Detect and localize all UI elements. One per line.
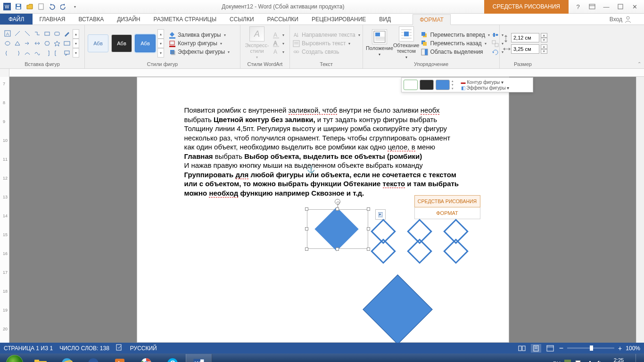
taskbar-word[interactable]: W [186, 354, 212, 362]
close-icon[interactable]: ✕ [629, 2, 640, 11]
send-backward-button[interactable]: Переместить назад▾ [421, 40, 489, 47]
zoom-out-icon[interactable]: − [559, 344, 563, 353]
gallery-up-icon[interactable]: ▴ [73, 29, 79, 39]
collapse-ribbon-icon[interactable]: ⌃ [635, 25, 644, 68]
shape-textbox2-icon[interactable] [62, 39, 72, 48]
redo-icon[interactable] [58, 1, 69, 12]
tab-mailings[interactable]: РАССЫЛКИ [261, 14, 305, 25]
view-print-icon[interactable] [531, 344, 541, 353]
shape-bracket-icon[interactable] [42, 49, 52, 58]
resize-handle-n[interactable] [336, 207, 339, 211]
shapes-gallery[interactable]: A [3, 29, 72, 58]
taskbar-chrome[interactable] [133, 354, 159, 362]
tray-action-center-icon[interactable] [575, 360, 581, 362]
status-page[interactable]: СТРАНИЦА 1 ИЗ 1 [4, 345, 53, 352]
resize-handle-nw[interactable] [305, 207, 308, 211]
shape-darrow-icon[interactable] [33, 39, 42, 48]
minimize-icon[interactable]: — [601, 2, 612, 11]
width-input[interactable] [511, 44, 539, 54]
tab-layout[interactable]: РАЗМЕТКА СТРАНИЦЫ [147, 14, 223, 25]
style-preset-3[interactable]: Абв [135, 34, 156, 52]
large-diamond-shape[interactable] [363, 274, 432, 343]
taskbar-skype[interactable]: S [159, 354, 186, 362]
tray-network-icon[interactable] [585, 360, 592, 362]
shape-oval-icon[interactable] [3, 39, 12, 48]
shape-edit-icon[interactable] [62, 29, 72, 38]
sign-in[interactable]: Вход [610, 14, 644, 25]
shape-fill-button[interactable]: Заливка фигуры▾ [169, 32, 230, 39]
zoom-in-icon[interactable]: + [618, 345, 622, 352]
layout-options-button[interactable] [375, 209, 386, 220]
tab-file[interactable]: ФАЙЛ [0, 14, 33, 25]
bring-forward-button[interactable]: Переместить вперед▾ [421, 32, 489, 39]
new-icon[interactable] [36, 1, 46, 12]
gallery-down-icon[interactable]: ▾ [73, 39, 79, 48]
resize-handle-w[interactable] [305, 227, 308, 230]
taskbar-ie[interactable]: e [54, 354, 80, 362]
height-input[interactable] [511, 33, 539, 42]
position-button[interactable]: Положение▾ [366, 29, 393, 58]
shape-connector-icon[interactable] [33, 29, 42, 38]
status-language[interactable]: РУССКИЙ [130, 345, 157, 352]
shape-brace-icon[interactable] [3, 49, 12, 58]
tray-language[interactable]: RU [553, 361, 561, 362]
taskbar-explorer[interactable] [27, 354, 54, 362]
zoom-level[interactable]: 100% [626, 345, 640, 352]
resize-handle-se[interactable] [367, 247, 370, 251]
start-button[interactable] [2, 354, 27, 362]
shape-textbox-icon[interactable]: A [3, 29, 12, 38]
mini-outline[interactable]: ▬ Контур фигуры ▾ [461, 80, 510, 85]
mini-style-3[interactable] [436, 80, 450, 90]
page[interactable]: ▴▾▾ ▬ Контур фигуры ▾ ◧ Эффекты фигуры ▾… [137, 77, 509, 343]
shape-curve-icon[interactable] [23, 49, 32, 58]
save-icon[interactable] [13, 1, 24, 12]
tray-volume-icon[interactable] [595, 360, 602, 362]
status-proofing-icon[interactable] [116, 344, 124, 352]
shape-outline-button[interactable]: Контур фигуры▾ [169, 40, 230, 47]
resize-handle-e[interactable] [367, 227, 370, 230]
ribbon-display-icon[interactable] [586, 2, 598, 11]
shape-line2-icon[interactable] [23, 29, 32, 38]
selection-pane-button[interactable]: Область выделения [421, 49, 489, 56]
taskbar-firefox[interactable] [80, 354, 107, 362]
wrap-text-button[interactable]: Обтекание текстом▾ [393, 26, 419, 60]
open-icon[interactable] [25, 1, 35, 12]
status-words[interactable]: ЧИСЛО СЛОВ: 138 [59, 345, 109, 352]
shape-rect-icon[interactable] [42, 29, 52, 38]
styles-down-icon[interactable]: ▾ [157, 39, 164, 48]
tab-references[interactable]: ССЫЛКИ [223, 14, 260, 25]
help-icon[interactable]: ? [572, 2, 584, 11]
tab-insert[interactable]: ВСТАВКА [72, 14, 110, 25]
mini-style-2[interactable] [420, 80, 434, 90]
tab-view[interactable]: ВИД [372, 14, 397, 25]
maximize-icon[interactable] [615, 2, 626, 11]
selected-shape[interactable] [307, 209, 368, 249]
tray-clock[interactable]: 2:25 26.11.2014 [606, 357, 632, 362]
show-desktop-button[interactable] [636, 354, 639, 362]
shape-callout-icon[interactable] [62, 49, 72, 58]
gallery-more-icon[interactable]: ▾ [73, 48, 79, 58]
styles-more-icon[interactable]: ▾ [157, 48, 164, 58]
resize-handle-sw[interactable] [305, 247, 308, 251]
shape-rounded-icon[interactable] [52, 29, 62, 38]
tab-design[interactable]: ДИЗАЙН [110, 14, 147, 25]
document-body[interactable]: Появится ромбик с внутренней заливкой, ч… [137, 106, 509, 197]
vertical-ruler[interactable]: 7 8 9 10 11 12 13 14 15 16 17 18 19 20 [0, 77, 9, 343]
tab-format[interactable]: ФОРМАТ [413, 14, 451, 25]
zoom-thumb[interactable] [590, 346, 593, 351]
undo-icon[interactable] [47, 1, 58, 12]
horizontal-ruler[interactable]: 3·2·1··1·2·3·4·5·6·7·8·9·10·11·12·13·14·… [0, 69, 644, 77]
shape-star-icon[interactable] [52, 39, 62, 48]
shape-styles-gallery[interactable]: Абв Абв Абв [88, 34, 156, 52]
tab-home[interactable]: ГЛАВНАЯ [33, 14, 72, 25]
style-preset-2[interactable]: Абв [111, 34, 132, 52]
resize-handle-ne[interactable] [367, 207, 370, 211]
mini-style-1[interactable] [404, 80, 418, 90]
shape-effects-button[interactable]: Эффекты фигуры▾ [169, 49, 230, 56]
qat-dropdown-icon[interactable]: ▾ [70, 1, 80, 12]
zoom-slider[interactable] [567, 347, 614, 349]
shape-triangle-icon[interactable] [13, 39, 22, 48]
shape-line-icon[interactable] [13, 29, 22, 38]
view-web-icon[interactable] [545, 344, 555, 353]
shape-freeform-icon[interactable] [33, 49, 42, 58]
